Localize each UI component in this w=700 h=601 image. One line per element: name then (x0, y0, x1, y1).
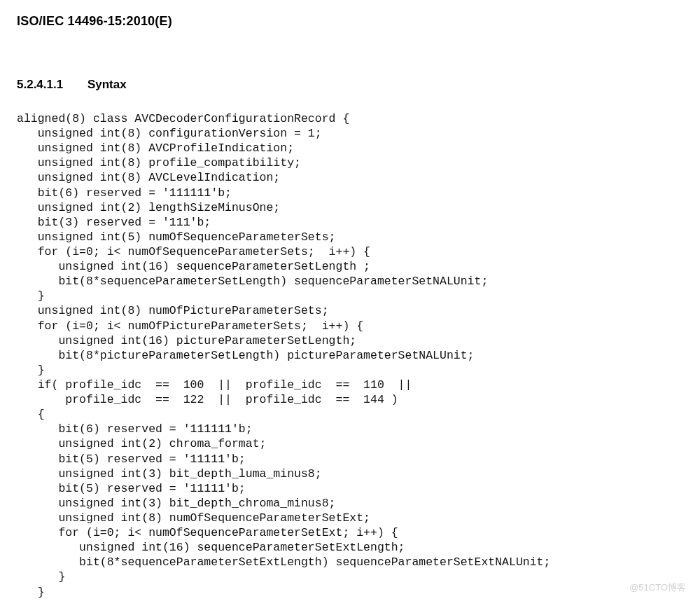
syntax-code-block: aligned(8) class AVCDecoderConfiguration… (17, 111, 683, 601)
section-number: 5.2.4.1.1 (17, 78, 63, 92)
watermark: @51CTO博客 (629, 581, 686, 594)
section-title: Syntax (88, 78, 127, 92)
document-standard-header: ISO/IEC 14496-15:2010(E) (17, 14, 683, 29)
section-header: 5.2.4.1.1 Syntax (17, 78, 683, 92)
